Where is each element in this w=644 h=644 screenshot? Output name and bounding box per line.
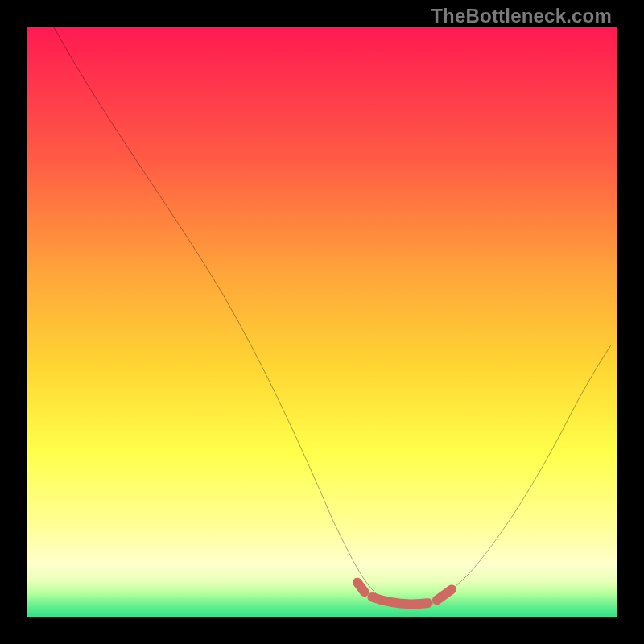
curve-path	[54, 27, 611, 605]
chart-stage: TheBottleneck.com	[0, 0, 644, 644]
watermark-text: TheBottleneck.com	[431, 5, 612, 27]
plot-area	[27, 27, 617, 617]
optimal-range-marker	[357, 583, 452, 605]
bottleneck-curve	[27, 27, 617, 617]
